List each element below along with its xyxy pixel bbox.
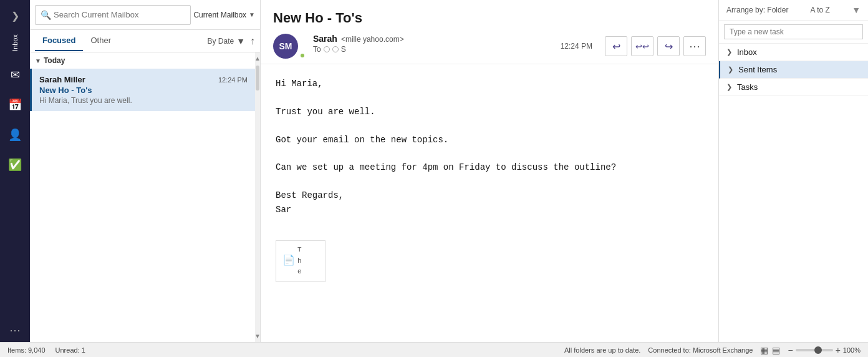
email-list: ▼ Today Sarah Miller 12:24 PM New Ho - T…: [30, 52, 255, 342]
reply-button[interactable]: ↩: [605, 36, 627, 56]
section-label-today: Today: [44, 56, 65, 65]
nav-people-button[interactable]: 👤: [2, 122, 27, 147]
items-count: Items: 9,040: [7, 346, 46, 354]
zoom-controls: − + 100%: [788, 345, 861, 355]
arrange-by-label: Arrange by: Folder: [726, 6, 788, 14]
zoom-out-button[interactable]: −: [788, 345, 793, 355]
sender-info-row: SM Sarah <mille yahoo.com> To: [273, 34, 561, 59]
body-line-1: Hi Maria,: [276, 77, 703, 90]
reading-body: Hi Maria, Trust you are well. Got your e…: [261, 64, 718, 342]
view-mode-icons: ▦ ▤: [760, 345, 780, 355]
tasks-folder-tasks[interactable]: ❯ Tasks: [719, 79, 868, 96]
tasks-pane-header: Arrange by: Folder A to Z ▼: [719, 0, 868, 21]
body-line-4: Can we set up a meeting for 4pm on Frida…: [276, 160, 703, 174]
body-line-6: Sar: [276, 203, 703, 217]
zoom-thumb[interactable]: [814, 346, 822, 354]
tasks-folder-tasks-chevron-icon: ❯: [726, 83, 732, 91]
to-circle-2-icon: [332, 46, 339, 52]
scrollbar-thumb[interactable]: [256, 66, 259, 90]
reading-actions: 12:24 PM ↩ ↩↩ ↪ ⋯: [561, 36, 706, 56]
attachment-item[interactable]: 📄 The: [276, 240, 326, 282]
reading-pane: New Ho - To's SM Sarah <mille yahoo.com>: [261, 0, 718, 342]
search-scope-chevron-icon: ▼: [249, 11, 255, 18]
tab-focused[interactable]: Focused: [35, 31, 83, 51]
to-label: To: [313, 45, 321, 54]
tabs-bar: Focused Other By Date ▼ ↑: [30, 30, 260, 52]
avatar-wrapper: SM: [273, 34, 306, 59]
new-task-input[interactable]: [724, 24, 863, 39]
connection-status: Connected to: Microsoft Exchange: [648, 346, 753, 354]
reading-top-row: SM Sarah <mille yahoo.com> To: [273, 34, 706, 59]
tasks-folder-inbox-chevron-icon: ❯: [726, 48, 732, 56]
email-preview: Hi Maria, Trust you are well.: [39, 96, 248, 105]
sidebar-nav: ❯ Inbox ✉ 📅 👤 ✅ ⋯: [0, 0, 30, 342]
more-actions-button[interactable]: ⋯: [683, 36, 706, 56]
nav-tasks-button[interactable]: ✅: [2, 152, 27, 177]
tasks-sort-label: A to Z: [811, 6, 830, 14]
section-header-today: ▼ Today: [30, 52, 255, 69]
search-icon: 🔍: [41, 10, 51, 20]
nav-more-button[interactable]: ⋯: [9, 323, 21, 337]
zoom-level: 100%: [843, 346, 861, 354]
to-circle-icon: [324, 46, 330, 52]
to-row: To S: [313, 45, 561, 54]
body-line-5: Best Regards,: [276, 188, 703, 202]
to-recipient: S: [341, 45, 346, 54]
folder-pane: 🔍 Current Mailbox ▼ Focused Other By Dat…: [30, 0, 261, 342]
reading-pane-view-icon[interactable]: ▦: [760, 345, 768, 355]
action-buttons: ↩ ↩↩ ↪ ⋯: [605, 36, 706, 56]
tasks-folder-sent-chevron-icon: ❯: [728, 66, 733, 74]
body-line-2: Trust you are well.: [276, 105, 703, 119]
body-line-3: Got your email on the new topics.: [276, 133, 703, 147]
tasks-pane-close-button[interactable]: ▼: [852, 5, 861, 15]
tasks-folder-inbox[interactable]: ❯ Inbox: [719, 44, 868, 61]
sender-email-display: <mille yahoo.com>: [341, 35, 404, 44]
sender-detail: Sarah <mille yahoo.com> To S: [313, 34, 561, 54]
compact-view-icon[interactable]: ▤: [772, 345, 780, 355]
search-scope-selector[interactable]: Current Mailbox ▼: [193, 11, 255, 19]
email-sender: Sarah Miller: [39, 75, 85, 84]
sort-by-label: By Date: [207, 37, 234, 46]
nav-mail-button[interactable]: ✉: [2, 62, 27, 87]
email-subject: New Ho - To's: [39, 86, 248, 95]
presence-dot-icon: [299, 52, 306, 59]
sidebar-label-inbox: Inbox: [9, 29, 21, 56]
search-input[interactable]: [54, 10, 185, 19]
email-title: New Ho - To's: [273, 10, 706, 26]
tasks-pane: Arrange by: Folder A to Z ▼ ❯ Inbox ❯ Se…: [718, 0, 868, 342]
sort-controls[interactable]: By Date ▼ ↑: [207, 36, 255, 47]
tasks-folder-tasks-label: Tasks: [737, 82, 861, 92]
sender-avatar: SM: [273, 34, 298, 59]
unread-count: Unread: 1: [55, 346, 85, 354]
search-scope-label: Current Mailbox: [193, 11, 246, 19]
forward-button[interactable]: ↪: [657, 36, 680, 56]
zoom-slider[interactable]: [796, 349, 833, 351]
nav-calendar-button[interactable]: 📅: [2, 92, 27, 117]
scroll-up-button[interactable]: ▲: [254, 52, 260, 64]
attachment-icon: 📄: [282, 253, 295, 270]
reply-all-button[interactable]: ↩↩: [631, 36, 653, 56]
sort-direction-icon[interactable]: ↑: [250, 36, 255, 47]
scrollbar-track: ▲ ▼: [255, 52, 260, 342]
search-bar: 🔍 Current Mailbox ▼: [30, 0, 260, 30]
reading-header: New Ho - To's SM Sarah <mille yahoo.com>: [261, 0, 718, 64]
email-time: 12:24 PM: [218, 76, 248, 84]
search-input-wrapper[interactable]: 🔍: [35, 5, 191, 25]
tab-other[interactable]: Other: [83, 31, 118, 51]
sort-chevron-icon: ▼: [236, 36, 245, 46]
tasks-folder-sent-label: Sent Items: [738, 65, 861, 74]
status-bar-right: All folders are up to date. Connected to…: [564, 345, 861, 355]
section-chevron-icon[interactable]: ▼: [35, 57, 41, 64]
status-bar: Items: 9,040 Unread: 1 All folders are u…: [0, 342, 868, 357]
scroll-down-button[interactable]: ▼: [254, 330, 260, 342]
sync-status: All folders are up to date.: [564, 346, 640, 354]
sidebar-expand-button[interactable]: ❯: [0, 5, 30, 27]
attachment-text: The: [297, 245, 302, 278]
zoom-in-button[interactable]: +: [836, 345, 841, 355]
sender-name-display: Sarah: [313, 34, 337, 44]
email-item[interactable]: Sarah Miller 12:24 PM New Ho - To's Hi M…: [30, 69, 255, 111]
tasks-folder-sent[interactable]: ❯ Sent Items: [719, 61, 868, 79]
tasks-folder-inbox-label: Inbox: [737, 47, 861, 57]
tasks-input-area: [719, 21, 868, 44]
reading-timestamp: 12:24 PM: [561, 42, 592, 51]
